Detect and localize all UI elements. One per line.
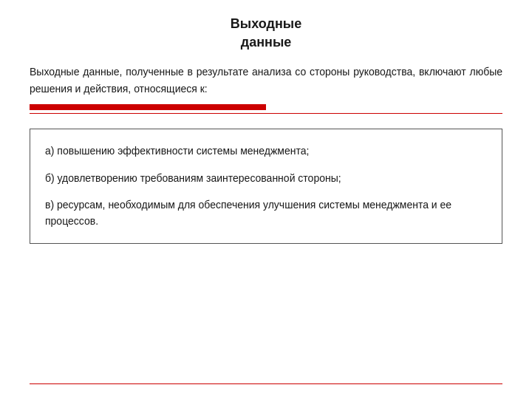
title-block: Выходные данные: [30, 15, 502, 52]
title-line1: Выходные: [231, 16, 301, 31]
list-item-c: в) ресурсам, необходимым для обеспечения…: [45, 197, 487, 230]
content-box: а) повышению эффективности системы менед…: [30, 129, 502, 244]
red-accent-bar: [30, 104, 266, 110]
bottom-divider-line: [30, 383, 502, 384]
top-divider-line: [30, 113, 502, 114]
intro-paragraph: Выходные данные, полученные в результате…: [30, 64, 502, 97]
page-title: Выходные данные: [30, 15, 502, 52]
page-container: Выходные данные Выходные данные, получен…: [0, 0, 532, 399]
title-line2: данные: [241, 35, 292, 50]
spacer: [30, 259, 502, 383]
list-item-b: б) удовлетворению требованиям заинтересо…: [45, 170, 487, 186]
list-item-a: а) повышению эффективности системы менед…: [45, 143, 487, 159]
